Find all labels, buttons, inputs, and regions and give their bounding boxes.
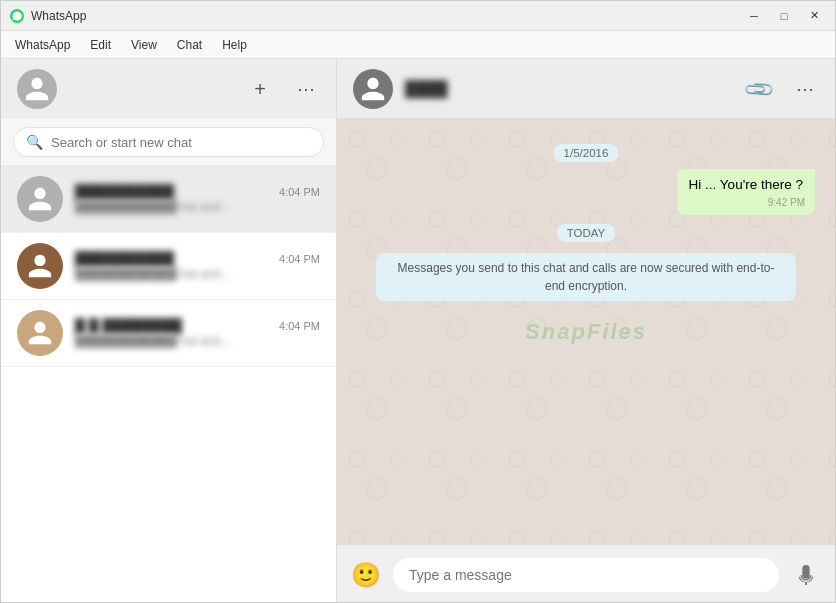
menu-bar: WhatsApp Edit View Chat Help [1, 31, 835, 59]
system-message-text: Messages you send to this chat and calls… [376, 253, 796, 301]
watermark: SnapFiles [525, 319, 647, 345]
menu-edit[interactable]: Edit [80, 34, 121, 56]
app-container: + ⋯ 🔍 ██████████ [1, 59, 835, 603]
date-badge: 1/5/2016 [357, 143, 815, 161]
chat-name-row: ██████████ 4:04 PM [75, 251, 320, 267]
more-options-button[interactable]: ⋯ [292, 75, 320, 103]
menu-help[interactable]: Help [212, 34, 257, 56]
chat-preview: ████████████ hat and... [75, 200, 320, 214]
person-icon [26, 319, 54, 347]
title-bar-label: WhatsApp [31, 9, 741, 23]
title-bar: WhatsApp ─ □ ✕ [1, 1, 835, 31]
left-panel: + ⋯ 🔍 ██████████ [1, 59, 337, 603]
chat-name: █ █ ████████ [75, 318, 182, 334]
left-header: + ⋯ [1, 59, 336, 119]
today-label: TODAY [557, 224, 616, 242]
menu-chat[interactable]: Chat [167, 34, 212, 56]
search-inner: 🔍 [13, 127, 324, 157]
search-icon: 🔍 [26, 134, 43, 150]
message-text: Hi ... You're there ? [689, 177, 803, 192]
chat-header: ████ 📎 ⋯ [337, 59, 835, 119]
person-icon [23, 75, 51, 103]
chat-item[interactable]: ██████████ 4:04 PM ████████████ hat and.… [1, 166, 336, 233]
chat-item[interactable]: ██████████ 4:04 PM ████████████ hat and.… [1, 233, 336, 300]
active-contact-avatar[interactable] [353, 69, 393, 109]
date-label: 1/5/2016 [554, 144, 619, 162]
chat-more-options-button[interactable]: ⋯ [791, 75, 819, 103]
message-row-outgoing: Hi ... You're there ? 9:42 PM [357, 169, 815, 215]
chat-time: 4:04 PM [279, 186, 320, 198]
microphone-icon [795, 564, 817, 586]
new-chat-button[interactable]: + [246, 75, 274, 103]
chat-name-row: █ █ ████████ 4:04 PM [75, 318, 320, 334]
attach-button[interactable]: 📎 [739, 69, 779, 109]
chat-info: █ █ ████████ 4:04 PM ████████████ hat an… [75, 318, 320, 348]
chat-preview: ████████████ hat and... [75, 267, 320, 281]
person-icon [26, 252, 54, 280]
message-time: 9:42 PM [768, 196, 805, 210]
message-bubble: Hi ... You're there ? 9:42 PM [677, 169, 815, 215]
chat-item[interactable]: █ █ ████████ 4:04 PM ████████████ hat an… [1, 300, 336, 367]
chat-name: ██████████ [75, 184, 174, 200]
chat-avatar [17, 310, 63, 356]
chat-info: ██████████ 4:04 PM ████████████ hat and.… [75, 184, 320, 214]
chat-info: ██████████ 4:04 PM ████████████ hat and.… [75, 251, 320, 281]
chat-list: ██████████ 4:04 PM ████████████ hat and.… [1, 166, 336, 603]
app-icon [9, 8, 25, 24]
chat-avatar [17, 243, 63, 289]
person-icon [26, 185, 54, 213]
maximize-button[interactable]: □ [771, 6, 797, 26]
date-badge-today: TODAY [357, 223, 815, 241]
search-input[interactable] [51, 135, 311, 150]
minimize-button[interactable]: ─ [741, 6, 767, 26]
chat-time: 4:04 PM [279, 253, 320, 265]
person-icon [359, 75, 387, 103]
chat-body: SnapFiles 1/5/2016 Hi ... You're there ?… [337, 119, 835, 544]
menu-view[interactable]: View [121, 34, 167, 56]
chat-name-row: ██████████ 4:04 PM [75, 184, 320, 200]
chat-time: 4:04 PM [279, 320, 320, 332]
menu-whatsapp[interactable]: WhatsApp [5, 34, 80, 56]
search-bar: 🔍 [1, 119, 336, 166]
chat-avatar [17, 176, 63, 222]
left-header-actions: + ⋯ [246, 75, 320, 103]
chat-header-info: ████ [405, 80, 733, 97]
window-controls: ─ □ ✕ [741, 6, 827, 26]
chat-header-actions: 📎 ⋯ [745, 75, 819, 103]
right-panel: ████ 📎 ⋯ SnapFiles 1/5/2016 Hi ... You'r… [337, 59, 835, 603]
my-avatar[interactable] [17, 69, 57, 109]
chat-preview: ████████████ hat and... [75, 334, 320, 348]
chat-name: ██████████ [75, 251, 174, 267]
close-button[interactable]: ✕ [801, 6, 827, 26]
active-contact-name: ████ [405, 80, 733, 97]
emoji-button[interactable]: 🙂 [349, 558, 383, 592]
microphone-button[interactable] [789, 558, 823, 592]
system-message: Messages you send to this chat and calls… [376, 253, 796, 301]
message-input[interactable] [393, 558, 779, 592]
chat-footer: 🙂 [337, 544, 835, 603]
